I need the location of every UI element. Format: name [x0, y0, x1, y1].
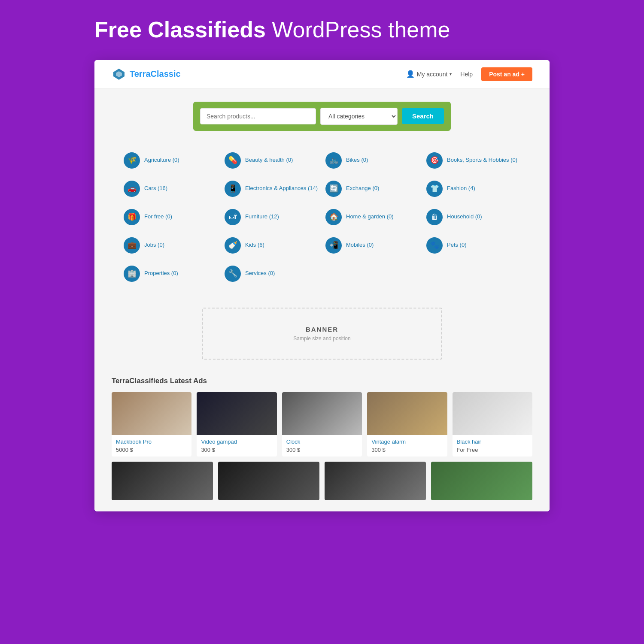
ad-title-ad4[interactable]: Vintage alarm [371, 438, 443, 445]
cat-icon-jobs: 💼 [124, 237, 140, 254]
ad-title-ad2[interactable]: Video gampad [201, 438, 272, 445]
search-input[interactable] [200, 108, 316, 124]
ad-image-ad1 [112, 392, 191, 435]
categories-grid: 🌾 Agriculture (0) 💊 Beauty & health (0) … [120, 148, 524, 286]
ad-image-ad6 [112, 462, 213, 500]
category-item-forfree[interactable]: 🎁 For free (0) [120, 205, 221, 230]
ad-card-ad1[interactable]: Mackbook Pro 5000 $ [112, 392, 191, 457]
cat-label-kids: Kids (6) [245, 242, 264, 249]
site-frame: TerraClassic 👤 My account ▾ Help Post an… [94, 60, 550, 511]
cat-icon-household: 🗑 [426, 209, 443, 225]
ad-image-ad5 [453, 392, 532, 435]
cat-icon-exchange: 🔄 [325, 181, 342, 197]
category-item-mobiles[interactable]: 📲 Mobiles (0) [322, 233, 423, 258]
page-heading: Free Classifieds WordPress theme [94, 17, 550, 43]
logo-plain: Terra [130, 69, 151, 79]
banner-section: BANNER Sample size and position [94, 299, 550, 368]
cat-label-pets: Pets (0) [447, 242, 467, 249]
cat-icon-mobiles: 📲 [325, 237, 342, 254]
help-link[interactable]: Help [460, 71, 473, 78]
heading-bold: Free Classifieds [94, 17, 266, 42]
banner-placeholder: BANNER Sample size and position [202, 308, 442, 360]
category-item-home[interactable]: 🏠 Home & garden (0) [322, 205, 423, 230]
category-item-jobs[interactable]: 💼 Jobs (0) [120, 233, 221, 258]
cat-label-exchange: Exchange (0) [346, 185, 379, 192]
ad-price-ad1: 5000 $ [116, 447, 187, 453]
logo-accent: Classic [151, 69, 181, 79]
ad-title-ad1[interactable]: Mackbook Pro [116, 438, 187, 445]
site-header: TerraClassic 👤 My account ▾ Help Post an… [94, 60, 550, 89]
my-account-menu[interactable]: 👤 My account ▾ [406, 70, 452, 78]
my-account-label: My account [417, 71, 448, 78]
ad-image-ad8 [325, 462, 426, 500]
ad-image-ad7 [218, 462, 319, 500]
ad-card-ad5[interactable]: Black hair For Free [453, 392, 532, 457]
ad-image-ad4 [367, 392, 447, 435]
banner-subtitle: Sample size and position [211, 336, 433, 342]
ad-card-ad6[interactable] [112, 462, 213, 500]
ads-grid-row2 [112, 462, 532, 507]
cat-icon-services: 🔧 [225, 266, 241, 282]
cat-label-mobiles: Mobiles (0) [346, 242, 374, 249]
cat-label-forfree: For free (0) [144, 213, 172, 221]
cat-icon-electronics: 📱 [225, 181, 241, 197]
ad-info-ad2: Video gampad 300 $ [197, 435, 276, 457]
latest-ads-title: TerraClassifieds Latest Ads [112, 377, 532, 385]
category-select[interactable]: All categories [320, 108, 398, 125]
post-ad-button[interactable]: Post an ad + [481, 67, 532, 81]
cat-label-fashion: Fashion (4) [447, 185, 475, 192]
ad-price-ad3: 300 $ [286, 447, 358, 453]
category-item-furniture[interactable]: 🛋 Furniture (12) [221, 205, 322, 230]
logo-area[interactable]: TerraClassic [112, 67, 181, 82]
ad-card-ad7[interactable] [218, 462, 319, 500]
ad-card-ad4[interactable]: Vintage alarm 300 $ [367, 392, 447, 457]
cat-icon-beauty: 💊 [225, 152, 241, 169]
cat-label-cars: Cars (16) [144, 185, 167, 192]
cat-label-properties: Properties (0) [144, 270, 178, 277]
cat-icon-forfree: 🎁 [124, 209, 140, 225]
category-item-electronics[interactable]: 📱 Electronics & Appliances (14) [221, 176, 322, 201]
category-item-beauty[interactable]: 💊 Beauty & health (0) [221, 148, 322, 173]
banner-title: BANNER [211, 326, 433, 333]
cat-icon-properties: 🏢 [124, 266, 140, 282]
category-item-services[interactable]: 🔧 Services (0) [221, 261, 322, 286]
ad-info-ad3: Clock 300 $ [282, 435, 362, 457]
category-item-household[interactable]: 🗑 Household (0) [423, 205, 524, 230]
search-button[interactable]: Search [402, 108, 444, 124]
cat-label-jobs: Jobs (0) [144, 242, 164, 249]
category-item-bikes[interactable]: 🚲 Bikes (0) [322, 148, 423, 173]
cat-icon-cars: 🚗 [124, 181, 140, 197]
ad-info-ad4: Vintage alarm 300 $ [367, 435, 447, 457]
category-item-agriculture[interactable]: 🌾 Agriculture (0) [120, 148, 221, 173]
ad-image-ad2 [197, 392, 276, 435]
heading-light: WordPress theme [266, 17, 450, 42]
category-item-properties[interactable]: 🏢 Properties (0) [120, 261, 221, 286]
ad-title-ad3[interactable]: Clock [286, 438, 358, 445]
ad-image-ad9 [431, 462, 532, 500]
cat-label-services: Services (0) [245, 270, 275, 277]
category-item-exchange[interactable]: 🔄 Exchange (0) [322, 176, 423, 201]
ad-price-ad4: 300 $ [371, 447, 443, 453]
category-item-books[interactable]: 🎯 Books, Sports & Hobbies (0) [423, 148, 524, 173]
category-item-fashion[interactable]: 👕 Fashion (4) [423, 176, 524, 201]
ad-card-ad3[interactable]: Clock 300 $ [282, 392, 362, 457]
ad-price-ad5: For Free [457, 447, 528, 453]
cat-label-beauty: Beauty & health (0) [245, 157, 293, 164]
category-item-pets[interactable]: 🐾 Pets (0) [423, 233, 524, 258]
cat-icon-bikes: 🚲 [325, 152, 342, 169]
cat-icon-books: 🎯 [426, 152, 443, 169]
cat-label-agriculture: Agriculture (0) [144, 157, 179, 164]
ad-card-ad2[interactable]: Video gampad 300 $ [197, 392, 276, 457]
chevron-down-icon: ▾ [450, 72, 452, 76]
cat-icon-kids: 🍼 [225, 237, 241, 254]
cat-icon-home: 🏠 [325, 209, 342, 225]
category-item-cars[interactable]: 🚗 Cars (16) [120, 176, 221, 201]
logo-text: TerraClassic [130, 69, 181, 79]
user-icon: 👤 [406, 70, 415, 78]
ad-info-ad1: Mackbook Pro 5000 $ [112, 435, 191, 457]
ad-title-ad5[interactable]: Black hair [457, 438, 528, 445]
category-item-kids[interactable]: 🍼 Kids (6) [221, 233, 322, 258]
cat-icon-agriculture: 🌾 [124, 152, 140, 169]
ad-card-ad8[interactable] [325, 462, 426, 500]
ad-card-ad9[interactable] [431, 462, 532, 500]
